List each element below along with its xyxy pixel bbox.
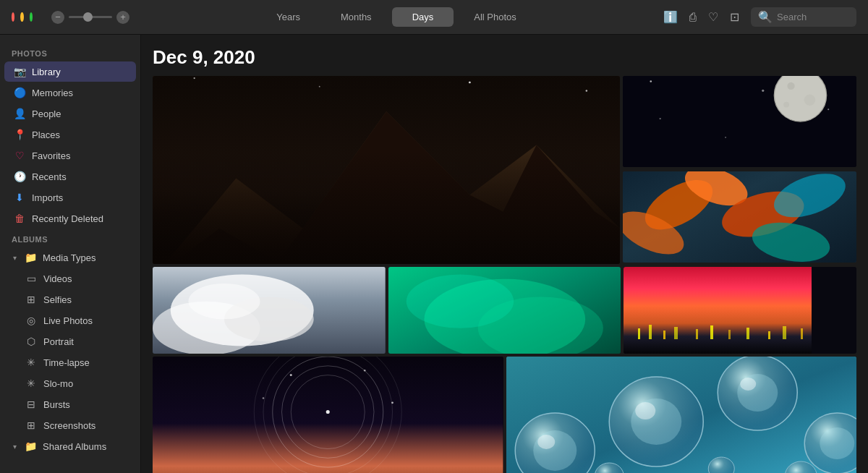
svg-point-73: [820, 427, 854, 459]
content-area: Dec 9, 2020: [141, 35, 868, 473]
sidebar-item-label: Live Photos: [43, 315, 93, 326]
photo-moon[interactable]: •••: [623, 76, 856, 167]
sidebar-item-media-types[interactable]: ▾ 📁 Media Types: [4, 247, 136, 268]
svg-point-65: [537, 435, 555, 449]
sidebar-item-label: Videos: [43, 273, 72, 284]
sidebar-item-label: Time-lapse: [43, 357, 90, 368]
sidebar-item-favorites[interactable]: ♡ Favorites: [4, 145, 136, 166]
slo-mo-icon: ✳: [25, 377, 38, 390]
sidebar-item-memories[interactable]: 🔵 Memories: [4, 82, 136, 103]
svg-point-21: [804, 95, 816, 106]
share-icon[interactable]: ⎙: [689, 11, 697, 24]
svg-point-13: [762, 90, 764, 92]
svg-point-71: [740, 378, 756, 391]
tab-all-photos[interactable]: All Photos: [454, 7, 537, 27]
sidebar-item-videos[interactable]: ▭ Videos: [4, 268, 136, 289]
sidebar-item-label: Shared Albums: [43, 441, 106, 452]
photo-water-drops[interactable]: [506, 357, 857, 473]
tab-years[interactable]: Years: [256, 7, 320, 27]
svg-point-5: [469, 81, 471, 83]
sidebar-item-label: People: [32, 108, 61, 119]
heart-icon[interactable]: ♡: [708, 10, 718, 24]
info-icon[interactable]: ℹ️: [663, 10, 678, 24]
svg-point-7: [586, 90, 588, 92]
traffic-lights: − +: [0, 11, 141, 24]
sidebar-item-label: Memories: [32, 88, 73, 98]
svg-rect-48: [768, 331, 770, 339]
people-icon: 👤: [13, 107, 26, 120]
sidebar-item-library[interactable]: 📷 Library: [4, 61, 136, 82]
portrait-icon: ⬡: [25, 335, 38, 348]
selfies-icon: ⊞: [25, 293, 38, 306]
sidebar-item-label: Favorites: [32, 150, 70, 161]
photo-waves2[interactable]: [388, 267, 621, 354]
imports-icon: ⬇: [13, 191, 26, 204]
recents-icon: 🕐: [13, 170, 26, 183]
svg-point-3: [319, 86, 320, 88]
sidebar-item-label: Selfies: [43, 294, 72, 305]
search-box[interactable]: 🔍: [751, 7, 856, 27]
sidebar-item-bursts[interactable]: ⊟ Bursts: [4, 394, 136, 414]
places-icon: 📍: [13, 128, 26, 141]
shared-albums-icon: 📁: [24, 440, 37, 453]
svg-rect-45: [710, 325, 713, 339]
photo-star-trails[interactable]: [153, 357, 503, 473]
date-label: Dec 9, 2020: [153, 46, 856, 69]
svg-rect-47: [746, 328, 749, 339]
svg-point-1: [194, 77, 195, 79]
screenshots-icon: ⊞: [25, 419, 38, 432]
close-button[interactable]: [12, 12, 14, 22]
sidebar-item-label: Recently Deleted: [32, 213, 103, 224]
sidebar-item-live-photos[interactable]: ◎ Live Photos: [4, 310, 136, 331]
memories-icon: 🔵: [13, 86, 26, 99]
sidebar-item-label: Bursts: [43, 399, 70, 410]
crop-icon[interactable]: ⊡: [730, 10, 739, 24]
sidebar-item-label: Imports: [32, 192, 63, 203]
search-input[interactable]: [777, 12, 849, 22]
sidebar-item-imports[interactable]: ⬇ Imports: [4, 187, 136, 208]
photo-city-sunset[interactable]: [624, 267, 856, 354]
sidebar-item-places[interactable]: 📍 Places: [4, 124, 136, 145]
sidebar-item-recents[interactable]: 🕐 Recents: [4, 166, 136, 187]
time-lapse-icon: ✳: [25, 356, 38, 369]
svg-point-64: [533, 430, 576, 471]
sidebar-item-time-lapse[interactable]: ✳ Time-lapse: [4, 352, 136, 372]
sidebar-item-people[interactable]: 👤 People: [4, 103, 136, 124]
svg-point-68: [635, 402, 655, 419]
svg-rect-49: [783, 326, 786, 339]
sidebar-item-portrait[interactable]: ⬡ Portrait: [4, 331, 136, 351]
maximize-button[interactable]: [30, 12, 33, 22]
tab-months[interactable]: Months: [320, 7, 392, 27]
svg-point-14: [660, 118, 661, 119]
svg-point-22: [783, 102, 789, 108]
tab-days[interactable]: Days: [392, 7, 454, 27]
sidebar-item-slo-mo[interactable]: ✳ Slo-mo: [4, 373, 136, 393]
photo-mountain[interactable]: [153, 76, 620, 264]
zoom-out-button[interactable]: −: [51, 11, 64, 24]
svg-rect-42: [663, 331, 665, 339]
photo-grid-bottom: [153, 357, 856, 473]
bursts-icon: ⊟: [25, 398, 38, 411]
minimize-button[interactable]: [20, 12, 23, 22]
svg-point-57: [326, 410, 330, 414]
sidebar-item-shared-albums[interactable]: ▾ 📁 Shared Albums: [4, 436, 136, 456]
svg-point-59: [364, 370, 366, 372]
svg-rect-0: [153, 76, 620, 264]
sidebar-item-label: Recents: [32, 171, 67, 182]
photo-leaves[interactable]: [623, 171, 856, 263]
sidebar-item-recently-deleted[interactable]: 🗑 Recently Deleted: [4, 208, 136, 229]
sidebar-item-screenshots[interactable]: ⊞ Screenshots: [4, 415, 136, 435]
zoom-in-button[interactable]: +: [116, 11, 129, 24]
sidebar-item-selfies[interactable]: ⊞ Selfies: [4, 289, 136, 310]
svg-point-58: [290, 374, 292, 376]
svg-rect-41: [649, 325, 652, 339]
svg-rect-43: [674, 327, 678, 339]
sidebar-item-label: Portrait: [43, 336, 74, 347]
favorites-icon: ♡: [13, 149, 26, 162]
svg-rect-46: [728, 330, 731, 339]
svg-rect-39: [624, 267, 812, 354]
sidebar: Photos 📷 Library 🔵 Memories 👤 People 📍 P…: [0, 35, 141, 473]
svg-point-61: [263, 397, 265, 399]
photo-waves1[interactable]: [153, 267, 386, 354]
zoom-slider[interactable]: [69, 16, 112, 18]
